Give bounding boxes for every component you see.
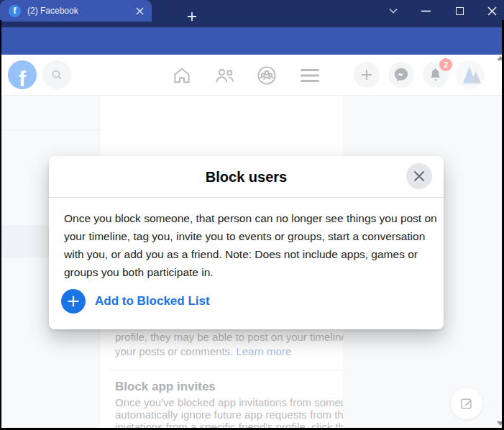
browser-toolbar: facebook.com/settings?tab=blocking Tp bbox=[0, 27, 504, 55]
plus-icon bbox=[61, 289, 86, 314]
modal-body-line: groups you both participate in. bbox=[64, 263, 431, 281]
modal-body-line: your timeline, tag you, invite you to ev… bbox=[64, 227, 431, 245]
modal-body-line: with you, or add you as a friend. Note: … bbox=[64, 245, 431, 263]
add-to-blocked-list-button[interactable]: Add to Blocked List bbox=[61, 289, 210, 314]
tab-search-chevron-icon[interactable] bbox=[382, 3, 404, 19]
tab-close-icon[interactable] bbox=[133, 4, 146, 17]
browser-tab-facebook[interactable]: f (2) Facebook bbox=[0, 0, 152, 22]
title-bar: f (2) Facebook bbox=[0, 0, 504, 27]
block-users-modal: Block users Once you block someone, that… bbox=[49, 156, 444, 329]
modal-body-text: Once you block someone, that person can … bbox=[64, 209, 431, 281]
add-to-blocked-list-label: Add to Blocked List bbox=[95, 294, 210, 308]
modal-title: Block users bbox=[49, 156, 444, 198]
window-maximize-button[interactable] bbox=[449, 3, 470, 19]
window-border-left bbox=[0, 20, 1, 430]
modal-body-line: Once you block someone, that person can … bbox=[64, 209, 431, 227]
facebook-favicon-icon: f bbox=[9, 5, 21, 17]
modal-header: Block users bbox=[49, 156, 444, 198]
tab-title: (2) Facebook bbox=[27, 6, 133, 16]
browser-window: f (2) Facebook bbox=[0, 0, 504, 430]
window-minimize-button[interactable] bbox=[415, 3, 436, 19]
new-tab-button[interactable] bbox=[184, 9, 200, 24]
window-close-button[interactable] bbox=[481, 3, 503, 19]
modal-close-button[interactable] bbox=[406, 163, 432, 189]
